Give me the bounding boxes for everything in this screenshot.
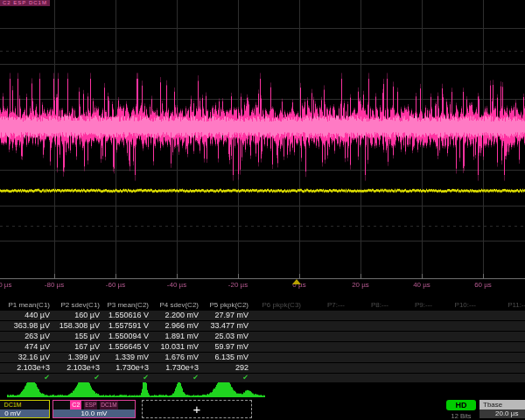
measure-value: [251, 321, 304, 331]
measure-header-6[interactable]: P6 pkpk(C3): [251, 299, 304, 311]
status-check-icon: ✔: [151, 374, 201, 382]
measure-value: [251, 353, 304, 362]
status-empty: [435, 374, 479, 382]
measure-value: [391, 311, 435, 320]
timebase-value: 20.0 µs: [480, 410, 525, 418]
measure-value-row: 474 µV167 µV1.556645 V10.031 mV59.97 mV: [0, 342, 525, 353]
c2-scale-value: 10.0 mV: [53, 410, 135, 417]
status-empty: [391, 374, 435, 382]
measure-value: 363.98 µV: [0, 321, 52, 331]
status-check-icon: ✔: [102, 374, 151, 382]
channel-c2-descriptor[interactable]: C2 ESP DC1M 10.0 mV: [52, 400, 136, 418]
measure-value: [347, 332, 391, 341]
measure-header-9[interactable]: P9:---: [391, 299, 435, 311]
measure-header-3[interactable]: P3 mean(C2): [102, 299, 151, 311]
measure-value: 167 µV: [52, 342, 102, 352]
measure-value: 27.97 mV: [201, 311, 251, 320]
trigger-position-marker[interactable]: [292, 279, 301, 284]
status-check-icon: ✔: [0, 374, 52, 382]
status-empty: [479, 374, 525, 382]
measure-value: [304, 311, 347, 320]
measure-value: 1.550094 V: [102, 332, 151, 341]
measure-header-10[interactable]: P10:---: [435, 299, 479, 311]
channel-c1-descriptor[interactable]: DC1M 0 mV: [0, 400, 50, 418]
measure-value: 158.308 µV: [52, 321, 102, 331]
measure-value: [479, 311, 525, 320]
measure-value: 160 µV: [52, 311, 102, 320]
trace-annotation-label: C2 ESP DC1M: [0, 0, 50, 6]
add-trace-button[interactable]: +: [142, 400, 252, 418]
measure-value: 2.103e+3: [52, 363, 102, 373]
c2-channel-badge: C2: [70, 401, 81, 410]
measure-value: [479, 332, 525, 341]
measure-header-row: P1 mean(C1)P2 sdev(C1)P3 mean(C2)P4 sdev…: [0, 299, 525, 311]
measure-status-row: ✔✔✔✔✔: [0, 374, 525, 382]
measure-value: [391, 353, 435, 362]
measure-value: [347, 311, 391, 320]
status-check-icon: ✔: [52, 374, 102, 382]
measure-value: [479, 321, 525, 331]
status-check-icon: ✔: [201, 374, 251, 382]
hd-mode-badge[interactable]: HD: [446, 400, 476, 410]
measure-value: [304, 353, 347, 362]
measure-value: 1.891 mV: [151, 332, 201, 341]
measure-value: 59.97 mV: [201, 342, 251, 352]
measure-value: 10.031 mV: [151, 342, 201, 352]
c2-coupling-tag: DC1M: [100, 401, 117, 410]
measure-value: [391, 342, 435, 352]
measure-value: 1.730e+3: [102, 363, 151, 373]
measure-value: 1.399 µV: [52, 353, 102, 362]
measure-value: 1.556645 V: [102, 342, 151, 352]
measure-value: [435, 353, 479, 362]
measure-value: 6.135 mV: [201, 353, 251, 362]
measure-value: 2.200 mV: [151, 311, 201, 320]
c1-coupling-label: DC1M: [0, 401, 49, 410]
status-bar: DC1M 0 mV C2 ESP DC1M 10.0 mV + HD 12 Bi…: [0, 399, 525, 420]
measure-value: 263 µV: [0, 332, 52, 341]
measure-value: [251, 342, 304, 352]
measure-value-row: 263 µV155 µV1.550094 V1.891 mV25.03 mV: [0, 332, 525, 342]
c2-esp-tag: ESP: [84, 401, 97, 410]
measure-value: 2.966 mV: [151, 321, 201, 331]
measure-value: [347, 353, 391, 362]
oscilloscope-screen: C2 ESP DC1M -100 µs-80 µs-60 µs-40 µs-20…: [0, 0, 525, 420]
status-empty: [251, 374, 304, 382]
measure-value: 33.477 mV: [201, 321, 251, 331]
measure-value: [435, 311, 479, 320]
measure-header-2[interactable]: P2 sdev(C1): [52, 299, 102, 311]
measure-header-11[interactable]: P11:---: [479, 299, 525, 311]
measure-value: [435, 363, 479, 373]
measure-value: [304, 321, 347, 331]
measure-value: [435, 342, 479, 352]
measure-value: [347, 342, 391, 352]
measure-value: 2.103e+3: [0, 363, 52, 373]
measure-value: 440 µV: [0, 311, 52, 320]
measure-value-row: 2.103e+32.103e+31.730e+31.730e+3292: [0, 363, 525, 374]
measure-value: [304, 342, 347, 352]
measure-header-1[interactable]: P1 mean(C1): [0, 299, 52, 311]
measure-value: 155 µV: [52, 332, 102, 341]
c1-scale-value: 0 mV: [0, 410, 49, 417]
hd-bits-label: 12 Bits: [444, 412, 478, 420]
timebase-descriptor[interactable]: Tbase 20.0 µs: [480, 400, 525, 418]
measure-header-7[interactable]: P7:---: [304, 299, 347, 311]
measure-value: 1.676 mV: [151, 353, 201, 362]
measure-value: [251, 363, 304, 373]
measure-value: [347, 321, 391, 331]
measure-header-5[interactable]: P5 pkpk(C2): [201, 299, 251, 311]
measure-header-8[interactable]: P8:---: [347, 299, 391, 311]
measure-value: [391, 332, 435, 341]
status-empty: [347, 374, 391, 382]
measure-value: 25.03 mV: [201, 332, 251, 341]
measure-value: [479, 353, 525, 362]
measure-value: [479, 363, 525, 373]
measure-value-row: 440 µV160 µV1.550616 V2.200 mV27.97 mV: [0, 311, 525, 321]
measure-value-row: 363.98 µV158.308 µV1.557591 V2.966 mV33.…: [0, 321, 525, 332]
measure-header-4[interactable]: P4 sdev(C2): [151, 299, 201, 311]
measure-value: [391, 321, 435, 331]
measure-value: 1.557591 V: [102, 321, 151, 331]
measure-value: [304, 363, 347, 373]
measure-value: 1.730e+3: [151, 363, 201, 373]
measure-value: [479, 342, 525, 352]
measure-value: [304, 332, 347, 341]
